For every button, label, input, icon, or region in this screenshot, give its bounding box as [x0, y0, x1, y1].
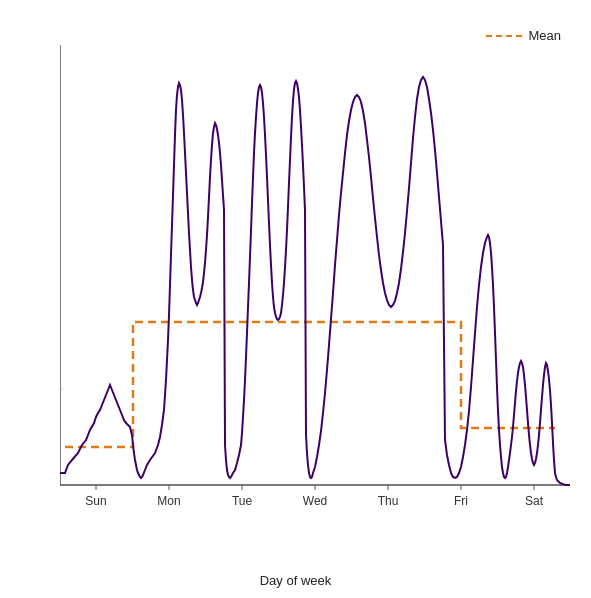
x-axis-label: Day of week: [260, 573, 332, 588]
chart-container: Number of people working Day of week Mea…: [0, 0, 591, 598]
svg-text:Sun: Sun: [85, 494, 106, 508]
svg-text:Sat: Sat: [525, 494, 544, 508]
svg-text:Thu: Thu: [378, 494, 399, 508]
svg-text:Tue: Tue: [232, 494, 253, 508]
svg-text:Mon: Mon: [157, 494, 180, 508]
svg-text:Wed: Wed: [303, 494, 327, 508]
svg-rect-0: [60, 45, 570, 485]
svg-text:Fri: Fri: [454, 494, 468, 508]
chart-svg: 0 500 1000 1500 2000 Sun Mon Tue Wed Thu…: [60, 30, 570, 540]
